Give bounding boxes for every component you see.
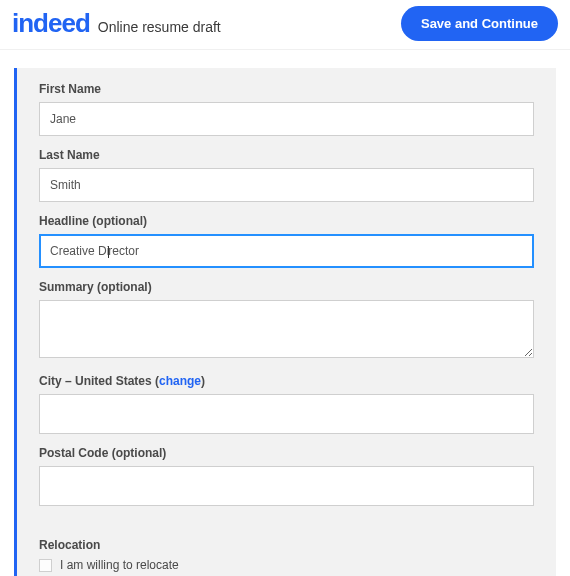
header-left: indeed Online resume draft [12, 8, 221, 39]
save-and-continue-button[interactable]: Save and Continue [401, 6, 558, 41]
city-label-prefix: City – United States ( [39, 374, 159, 388]
relocation-label: Relocation [39, 538, 534, 552]
summary-label: Summary (optional) [39, 280, 534, 294]
relocation-checkbox-row: I am willing to relocate [39, 558, 534, 572]
relocation-checkbox-label: I am willing to relocate [60, 558, 179, 572]
relocation-block: Relocation I am willing to relocate [39, 538, 534, 572]
summary-textarea[interactable] [39, 300, 534, 358]
headline-text-right: rector [108, 244, 139, 258]
city-input[interactable] [39, 394, 534, 434]
resume-form-panel: First Name Last Name Headline (optional)… [14, 68, 556, 576]
headline-label: Headline (optional) [39, 214, 534, 228]
content-wrap: First Name Last Name Headline (optional)… [0, 50, 570, 576]
headline-input[interactable]: Creative Director [39, 234, 534, 268]
last-name-block: Last Name [39, 148, 534, 202]
relocation-checkbox[interactable] [39, 559, 52, 572]
first-name-input[interactable] [39, 102, 534, 136]
indeed-logo: indeed [12, 8, 90, 39]
city-label-suffix: ) [201, 374, 205, 388]
first-name-block: First Name [39, 82, 534, 136]
postal-block: Postal Code (optional) [39, 446, 534, 506]
city-label: City – United States (change) [39, 374, 534, 388]
first-name-label: First Name [39, 82, 534, 96]
postal-input[interactable] [39, 466, 534, 506]
header: indeed Online resume draft Save and Cont… [0, 0, 570, 50]
last-name-label: Last Name [39, 148, 534, 162]
postal-label: Postal Code (optional) [39, 446, 534, 460]
change-country-link[interactable]: change [159, 374, 201, 388]
city-block: City – United States (change) [39, 374, 534, 434]
headline-block: Headline (optional) Creative Director [39, 214, 534, 268]
headline-text-left: Creative Di [50, 244, 109, 258]
summary-block: Summary (optional) [39, 280, 534, 362]
page-subtitle: Online resume draft [98, 19, 221, 35]
last-name-input[interactable] [39, 168, 534, 202]
